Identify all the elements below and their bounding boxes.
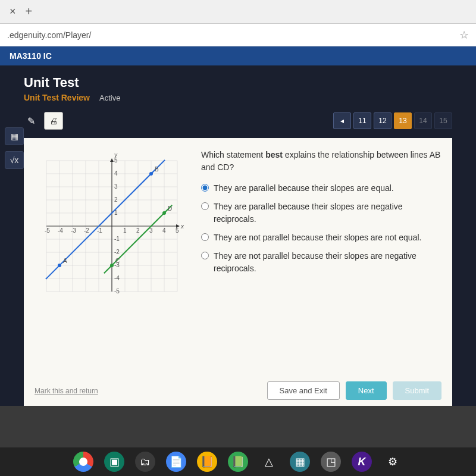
svg-text:2: 2 — [114, 196, 118, 203]
svg-point-52 — [110, 264, 114, 267]
svg-text:3: 3 — [114, 183, 118, 190]
svg-text:A: A — [63, 258, 67, 264]
svg-text:3: 3 — [149, 227, 153, 234]
svg-text:C: C — [115, 258, 120, 264]
svg-text:-1: -1 — [114, 236, 120, 242]
app-icon-3[interactable]: ◳ — [321, 452, 341, 472]
option-radio-1[interactable] — [201, 202, 209, 210]
svg-text:-5: -5 — [45, 227, 50, 234]
svg-text:x: x — [180, 223, 184, 230]
option-3[interactable]: They are not parallel because their slop… — [201, 250, 441, 275]
next-button[interactable]: Next — [346, 381, 387, 400]
app-icon-2[interactable]: ▦ — [290, 452, 310, 472]
option-radio-2[interactable] — [201, 233, 209, 241]
sheets-icon[interactable]: 📗 — [228, 452, 248, 472]
option-2[interactable]: They are not parallel because their slop… — [201, 231, 441, 244]
tab-close-icon[interactable]: × — [5, 5, 21, 18]
tab-add-icon[interactable]: + — [21, 5, 37, 18]
pencil-icon[interactable]: ✎ — [24, 115, 38, 127]
svg-text:-4: -4 — [58, 227, 63, 234]
bookmark-star-icon[interactable]: ☆ — [459, 29, 469, 42]
sqrt-icon[interactable]: √x — [5, 151, 24, 169]
calculator-icon[interactable]: ▦ — [5, 127, 24, 145]
print-button[interactable]: 🖨 — [44, 112, 63, 130]
option-label-1: They are parallel because their slopes a… — [214, 201, 441, 226]
svg-text:4: 4 — [162, 227, 166, 234]
page-subtitle: Unit Test Review — [24, 93, 90, 102]
drive-icon[interactable]: △ — [259, 452, 279, 472]
svg-text:-3: -3 — [71, 227, 76, 234]
svg-point-47 — [58, 264, 61, 267]
svg-text:B: B — [155, 166, 159, 173]
nav-prev-button[interactable]: ◂ — [333, 112, 351, 129]
option-radio-0[interactable] — [201, 184, 209, 192]
svg-text:-2: -2 — [84, 227, 89, 234]
svg-text:D: D — [168, 205, 172, 212]
svg-text:1: 1 — [123, 227, 127, 234]
option-1[interactable]: They are parallel because their slopes a… — [201, 201, 441, 226]
svg-text:-1: -1 — [97, 227, 102, 234]
docs-icon[interactable]: 📄 — [166, 452, 186, 472]
slides-icon[interactable]: 📙 — [197, 452, 217, 472]
nav-item-12[interactable]: 12 — [374, 112, 392, 129]
svg-point-54 — [162, 211, 166, 215]
question-nav: ◂ 11 12 13 14 15 — [333, 112, 452, 129]
mark-return-link[interactable]: Mark this and return — [35, 387, 98, 395]
app-icon-1[interactable]: ▣ — [104, 452, 124, 472]
chrome-icon[interactable] — [73, 452, 93, 472]
option-label-2: They are not parallel because their slop… — [214, 231, 421, 244]
coordinate-graph: -5-4-3-2-112345-5-4-3-2-112345xyABCD — [35, 149, 189, 303]
question-prompt: Which statement best explains the relati… — [201, 149, 441, 174]
option-label-0: They are parallel because their slopes a… — [214, 182, 394, 195]
course-code: MA3110 IC — [0, 46, 476, 65]
nav-item-15: 15 — [434, 112, 452, 129]
option-0[interactable]: They are parallel because their slopes a… — [201, 182, 441, 195]
svg-text:5: 5 — [176, 227, 179, 234]
svg-text:4: 4 — [114, 170, 118, 177]
option-label-3: They are not parallel because their slop… — [214, 250, 441, 275]
svg-text:-2: -2 — [114, 249, 120, 255]
svg-text:-5: -5 — [114, 288, 120, 295]
svg-text:y: y — [114, 152, 118, 158]
save-exit-button[interactable]: Save and Exit — [267, 381, 340, 400]
svg-point-49 — [149, 172, 153, 176]
svg-text:-4: -4 — [114, 275, 120, 281]
svg-text:2: 2 — [136, 227, 140, 234]
submit-button[interactable]: Submit — [393, 381, 441, 400]
os-taskbar: ▣ 🗂 📄 📙 📗 △ ▦ ◳ K ⚙ — [0, 447, 476, 476]
kahoot-icon[interactable]: K — [352, 452, 372, 472]
page-title: Unit Test — [24, 75, 452, 90]
files-icon[interactable]: 🗂 — [135, 452, 155, 472]
nav-item-13[interactable]: 13 — [394, 112, 412, 129]
nav-item-14: 14 — [414, 112, 432, 129]
settings-icon[interactable]: ⚙ — [383, 452, 403, 472]
svg-marker-23 — [110, 158, 114, 162]
page-status: Active — [99, 93, 120, 102]
option-radio-3[interactable] — [201, 252, 209, 259]
nav-item-11[interactable]: 11 — [353, 112, 371, 129]
url-text: .edgenuity.com/Player/ — [7, 30, 91, 40]
